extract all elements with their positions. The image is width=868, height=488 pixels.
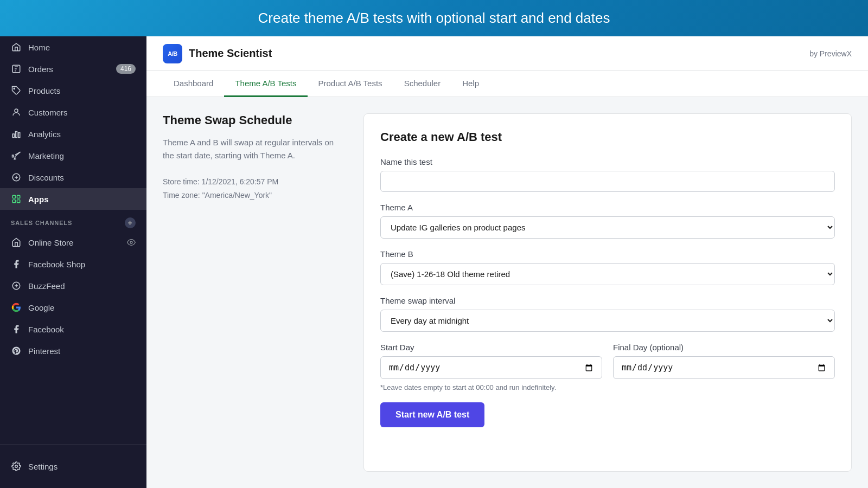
sidebar-apps-label: Apps bbox=[28, 195, 49, 204]
start-day-label: Start Day bbox=[380, 343, 602, 352]
customers-icon bbox=[11, 107, 22, 118]
sidebar-item-customers[interactable]: Customers bbox=[0, 101, 146, 123]
sidebar-home-label: Home bbox=[28, 43, 50, 52]
sidebar-item-home[interactable]: Home bbox=[0, 36, 146, 58]
sidebar-item-settings[interactable]: Settings bbox=[0, 455, 146, 477]
facebook-shop-icon bbox=[11, 259, 22, 269]
theme-a-label: Theme A bbox=[380, 203, 835, 212]
marketing-icon bbox=[11, 150, 22, 161]
sidebar-item-facebook-shop[interactable]: Facebook Shop bbox=[0, 253, 146, 275]
tab-product-ab[interactable]: Product A/B Tests bbox=[308, 71, 393, 97]
app-header: A/B Theme Scientist by PreviewX bbox=[146, 36, 868, 71]
form-title: Create a new A/B test bbox=[380, 130, 835, 144]
products-icon bbox=[11, 85, 22, 96]
analytics-icon bbox=[11, 129, 22, 139]
orders-badge: 416 bbox=[116, 64, 136, 74]
svg-rect-3 bbox=[12, 134, 14, 138]
sidebar-item-marketing[interactable]: Marketing bbox=[0, 145, 146, 166]
top-banner: Create theme A/B tests with optional sta… bbox=[0, 0, 868, 36]
left-panel: Theme Swap Schedule Theme A and B will s… bbox=[163, 113, 347, 472]
sidebar-item-apps[interactable]: Apps bbox=[0, 188, 146, 210]
theme-b-label: Theme B bbox=[380, 249, 835, 259]
app-logo-area: A/B Theme Scientist bbox=[163, 44, 272, 63]
submit-button[interactable]: Start new A/B test bbox=[380, 402, 484, 427]
pinterest-icon bbox=[11, 345, 22, 356]
final-day-input[interactable] bbox=[613, 356, 835, 379]
store-time-label: Store time: bbox=[163, 177, 200, 186]
google-icon bbox=[11, 302, 22, 313]
sidebar-item-orders[interactable]: Orders 416 bbox=[0, 58, 146, 80]
sidebar-orders-label: Orders bbox=[28, 65, 53, 74]
svg-point-11 bbox=[130, 241, 132, 243]
date-note: *Leave dates empty to start at 00:00 and… bbox=[380, 383, 835, 391]
theme-b-select[interactable]: (Save) 1-26-18 Old theme retired Default… bbox=[380, 263, 835, 285]
interval-label: Theme swap interval bbox=[380, 296, 835, 305]
sidebar-item-facebook[interactable]: Facebook bbox=[0, 318, 146, 340]
timezone-line: Time zone: "America/New_York" bbox=[163, 189, 347, 202]
facebook-label: Facebook bbox=[28, 325, 64, 334]
eye-icon[interactable] bbox=[127, 238, 136, 247]
name-input[interactable] bbox=[380, 171, 835, 192]
orders-icon bbox=[11, 63, 22, 74]
buzzfeed-label: BuzzFeed bbox=[28, 281, 65, 291]
sales-channels-label: SALES CHANNELS bbox=[11, 220, 72, 226]
store-time-line: Store time: 1/12/2021, 6:20:57 PM bbox=[163, 175, 347, 189]
main-content: A/B Theme Scientist by PreviewX Dashboar… bbox=[146, 36, 868, 488]
start-day-group: Start Day bbox=[380, 343, 602, 379]
tab-scheduler[interactable]: Scheduler bbox=[393, 71, 452, 97]
name-group: Name this test bbox=[380, 157, 835, 192]
theme-a-select[interactable]: Update IG galleries on product pages Def… bbox=[380, 216, 835, 239]
svg-point-2 bbox=[15, 109, 18, 112]
form-panel: Create a new A/B test Name this test The… bbox=[363, 113, 852, 472]
svg-rect-7 bbox=[12, 195, 15, 198]
tab-dashboard[interactable]: Dashboard bbox=[163, 71, 224, 97]
sidebar-item-discounts[interactable]: Discounts bbox=[0, 166, 146, 188]
apps-icon bbox=[11, 194, 22, 204]
svg-rect-5 bbox=[18, 133, 20, 138]
online-store-label: Online Store bbox=[28, 238, 73, 247]
app-title: Theme Scientist bbox=[189, 47, 272, 60]
store-time-info: Store time: 1/12/2021, 6:20:57 PM Time z… bbox=[163, 175, 347, 202]
app-logo: A/B bbox=[163, 44, 182, 63]
sidebar-marketing-label: Marketing bbox=[28, 151, 64, 160]
sidebar: Home Orders 416 Products bbox=[0, 36, 146, 488]
settings-label: Settings bbox=[28, 462, 58, 471]
content-area: Theme Swap Schedule Theme A and B will s… bbox=[146, 97, 868, 488]
name-label: Name this test bbox=[380, 157, 835, 166]
tab-theme-ab[interactable]: Theme A/B Tests bbox=[224, 71, 307, 97]
tab-help[interactable]: Help bbox=[451, 71, 490, 97]
sidebar-item-products[interactable]: Products bbox=[0, 80, 146, 101]
sidebar-item-pinterest[interactable]: Pinterest bbox=[0, 340, 146, 362]
sidebar-customers-label: Customers bbox=[28, 108, 68, 117]
date-row: Start Day Final Day (optional) bbox=[380, 343, 835, 379]
svg-point-1 bbox=[14, 88, 15, 89]
google-label: Google bbox=[28, 303, 54, 312]
theme-a-group: Theme A Update IG galleries on product p… bbox=[380, 203, 835, 239]
svg-rect-10 bbox=[17, 200, 20, 203]
timezone-label: Time zone: bbox=[163, 191, 200, 200]
start-day-input[interactable] bbox=[380, 356, 602, 379]
facebook-shop-label: Facebook Shop bbox=[28, 260, 85, 269]
left-panel-description: Theme A and B will swap at regular inter… bbox=[163, 136, 347, 162]
pinterest-label: Pinterest bbox=[28, 346, 60, 356]
tabs-bar: Dashboard Theme A/B Tests Product A/B Te… bbox=[146, 71, 868, 97]
svg-point-13 bbox=[15, 465, 18, 468]
theme-b-group: Theme B (Save) 1-26-18 Old theme retired… bbox=[380, 249, 835, 285]
sidebar-item-google[interactable]: Google bbox=[0, 297, 146, 318]
buzzfeed-icon bbox=[11, 280, 22, 291]
sidebar-item-buzzfeed[interactable]: BuzzFeed bbox=[0, 275, 146, 297]
interval-select[interactable]: Every day at midnight Every hour Every 1… bbox=[380, 310, 835, 332]
discounts-icon bbox=[11, 172, 22, 183]
final-day-group: Final Day (optional) bbox=[613, 343, 835, 379]
store-icon bbox=[11, 237, 22, 248]
sidebar-item-analytics[interactable]: Analytics bbox=[0, 123, 146, 145]
svg-rect-9 bbox=[12, 200, 15, 203]
sidebar-item-online-store[interactable]: Online Store bbox=[0, 232, 146, 253]
add-sales-channel-button[interactable]: + bbox=[125, 217, 136, 228]
interval-group: Theme swap interval Every day at midnigh… bbox=[380, 296, 835, 332]
sidebar-analytics-label: Analytics bbox=[28, 130, 61, 139]
sidebar-discounts-label: Discounts bbox=[28, 173, 64, 182]
settings-icon bbox=[11, 461, 22, 472]
facebook-icon bbox=[11, 324, 22, 335]
sales-channels-section: SALES CHANNELS + bbox=[0, 210, 146, 232]
